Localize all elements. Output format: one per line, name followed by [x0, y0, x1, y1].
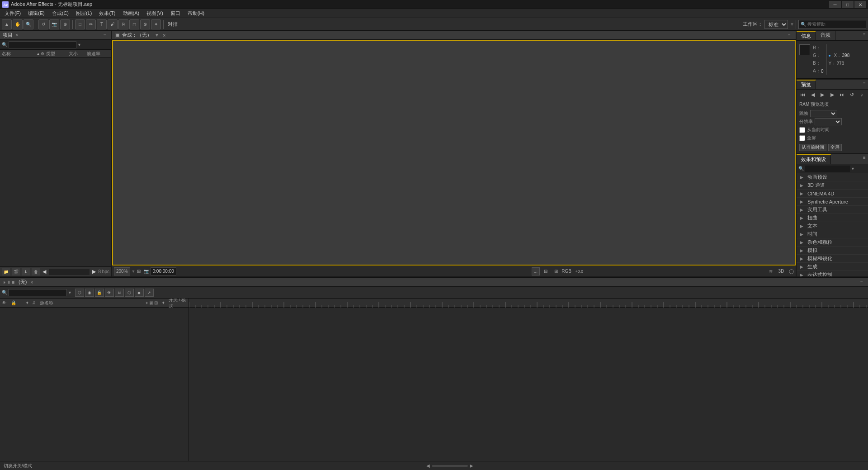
close-button[interactable]: ✕	[854, 1, 866, 8]
puppet-tool-button[interactable]: ✦	[151, 19, 161, 29]
text-tool-button[interactable]: T	[97, 19, 107, 29]
preview-panel-menu-button[interactable]: ≡	[861, 80, 868, 86]
hand-tool-button[interactable]: ✋	[13, 19, 23, 29]
menu-composition[interactable]: 合成(C)	[48, 9, 72, 18]
timecode-display[interactable]: 0:00:00:00	[151, 267, 176, 275]
audio-button[interactable]: ♪	[857, 90, 866, 99]
stop-play-button[interactable]: ▶	[818, 90, 827, 99]
restore-button[interactable]: □	[842, 1, 854, 8]
comp-close-btn[interactable]: ×	[163, 33, 165, 38]
comp-options-button[interactable]: ...	[532, 267, 540, 275]
first-frame-button[interactable]: ⏮	[798, 90, 807, 99]
tl-lock-button[interactable]: 🔒	[95, 289, 104, 297]
tl-flow-button[interactable]: ↗	[145, 289, 154, 297]
project-search-bar[interactable]: 🔍 ▼	[0, 40, 111, 50]
resolution-select[interactable]	[815, 118, 842, 125]
effect-item-2[interactable]: ▶CINEMA 4D	[797, 190, 868, 198]
effects-panel-menu-button[interactable]: ≡	[861, 154, 868, 161]
timeline-close-btn[interactable]: ×	[30, 280, 33, 285]
tl-select-button[interactable]: ⬡	[75, 289, 84, 297]
zoom-display-button[interactable]: 200%	[114, 267, 130, 275]
channel-button[interactable]: RGB	[562, 267, 571, 275]
camera-tool-button[interactable]: 📷	[49, 19, 59, 29]
info-x-row: X： 398	[829, 52, 850, 59]
loop-button[interactable]: ↺	[848, 90, 857, 99]
workspace-dropdown[interactable]: 标准	[764, 20, 788, 29]
effect-item-10[interactable]: ▶模糊和锐化	[797, 255, 868, 263]
roto-tool-button[interactable]: ⊗	[140, 19, 150, 29]
import-button[interactable]: ⬇	[22, 268, 30, 275]
timeline-search-input[interactable]	[8, 289, 67, 296]
new-folder-button[interactable]: 📁	[2, 268, 10, 275]
effects-search-bar[interactable]: 🔍 ▼	[797, 164, 868, 173]
menu-view[interactable]: 视图(V)	[143, 9, 167, 18]
from-current-checkbox[interactable]	[799, 127, 805, 133]
effect-item-1[interactable]: ▶3D 通道	[797, 181, 868, 190]
paint-tool-button[interactable]: 🖌	[108, 19, 118, 29]
menu-window[interactable]: 窗口	[167, 9, 184, 18]
full-screen-btn[interactable]: 全屏	[828, 144, 842, 151]
tl-markers-button[interactable]: ◆	[135, 289, 144, 297]
help-search-input[interactable]	[807, 22, 857, 27]
mask-tool-button[interactable]: □	[75, 19, 85, 29]
menu-layer[interactable]: 图层(L)	[72, 9, 95, 18]
save-preview-button[interactable]: 从当前时间	[799, 144, 826, 151]
project-panel-menu-button[interactable]: ≡	[101, 32, 108, 38]
tab-info[interactable]: 信息	[797, 31, 816, 40]
menu-help[interactable]: 帮助(H)	[184, 9, 208, 18]
draft-3d-button[interactable]: 3D	[777, 267, 786, 275]
reset-exposure-button[interactable]: ◯	[789, 269, 794, 274]
menu-animation[interactable]: 动画(A)	[119, 9, 143, 18]
project-search-input[interactable]	[9, 41, 76, 48]
menu-file[interactable]: 文件(F)	[1, 9, 24, 18]
grid-button[interactable]: ⊞	[552, 267, 561, 275]
timeline-panel-menu-button[interactable]: ≡	[858, 279, 865, 285]
tab-audio[interactable]: 音频	[816, 31, 835, 40]
tab-preview[interactable]: 预览	[797, 80, 816, 89]
rotation-tool-button[interactable]: ↺	[38, 19, 48, 29]
effect-item-5[interactable]: ▶扭曲	[797, 214, 868, 222]
fullscreen-checkbox[interactable]	[799, 135, 805, 141]
effect-item-7[interactable]: ▶时间	[797, 230, 868, 238]
col-swap-button[interactable]: ⇌	[150, 301, 153, 305]
effect-item-0[interactable]: ▶动画预设	[797, 173, 868, 181]
clone-tool-button[interactable]: ⎘	[118, 19, 128, 29]
effect-item-3[interactable]: ▶Synthetic Aperture	[797, 198, 868, 206]
info-panel-menu-button[interactable]: ≡	[861, 31, 868, 37]
tl-shy-button[interactable]: 👁	[105, 289, 114, 297]
tl-solo-button[interactable]: ◉	[85, 289, 94, 297]
effect-item-4[interactable]: ▶实用工具	[797, 206, 868, 214]
tl-frame-blending-button[interactable]: ⬡	[125, 289, 134, 297]
project-panel: 项目 × ≡ 🔍 ▼ 名称 ▲ ⚙ 类型 大小 帧速率 📁 🎬	[0, 31, 112, 276]
zoom-tool-button[interactable]: 🔍	[24, 19, 33, 29]
effect-item-12[interactable]: ▶表达式控制	[797, 271, 868, 276]
toggle-switch-button[interactable]: 切换开关/模式	[2, 463, 34, 469]
effects-search-input[interactable]	[805, 166, 850, 172]
effect-item-11[interactable]: ▶生成	[797, 263, 868, 271]
pen-tool-button[interactable]: ✏	[86, 19, 96, 29]
last-frame-button[interactable]: ⏭	[838, 90, 847, 99]
select-tool-button[interactable]: ▲	[2, 19, 12, 29]
effect-item-8[interactable]: ▶杂色和颗粒	[797, 238, 868, 247]
fit-button[interactable]: ⊞	[137, 269, 142, 274]
new-comp-button[interactable]: 🎬	[12, 268, 20, 275]
prev-frame-button[interactable]: ◀	[808, 90, 817, 99]
snapshot-button[interactable]: 📷	[144, 269, 149, 274]
pan-tool-button[interactable]: ⊕	[60, 19, 70, 29]
help-search-bar[interactable]: 🔍	[798, 20, 866, 29]
comp-panel-menu-button[interactable]: ≡	[786, 32, 793, 38]
skip-select[interactable]	[810, 110, 837, 117]
time-slider[interactable]	[432, 465, 468, 467]
effect-item-6[interactable]: ▶文本	[797, 222, 868, 230]
motion-blur-button[interactable]: ≋	[766, 267, 775, 275]
trash-button[interactable]: 🗑	[32, 268, 40, 275]
tab-effects[interactable]: 效果和预设	[797, 154, 831, 164]
minimize-button[interactable]: ─	[829, 1, 841, 8]
eraser-tool-button[interactable]: ◻	[129, 19, 139, 29]
safe-zones-button[interactable]: ⊟	[541, 267, 550, 275]
menu-effects[interactable]: 效果(T)	[95, 9, 119, 18]
next-frame-button[interactable]: ▶	[828, 90, 837, 99]
menu-edit[interactable]: 编辑(E)	[24, 9, 48, 18]
effect-item-9[interactable]: ▶模拟	[797, 247, 868, 255]
tl-motion-blur-button[interactable]: ≋	[115, 289, 124, 297]
